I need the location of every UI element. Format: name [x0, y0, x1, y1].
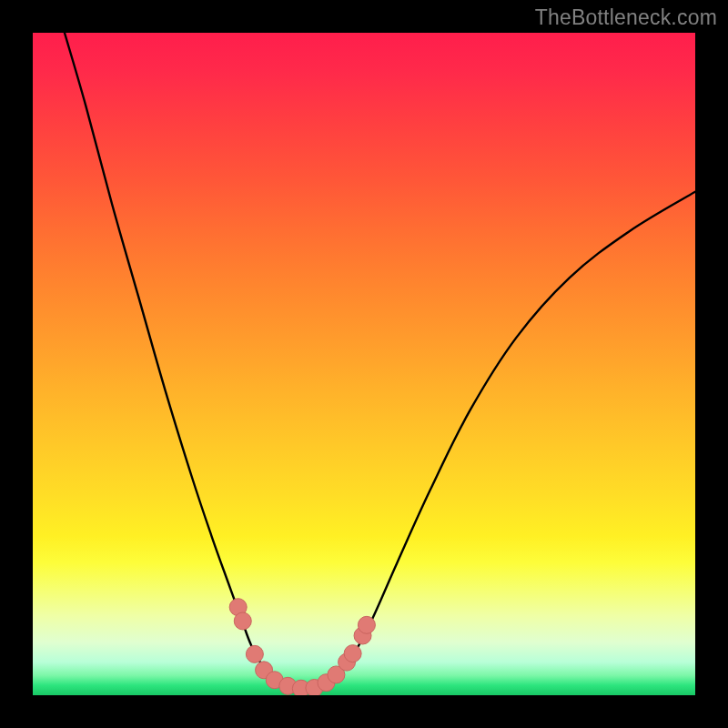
data-marker — [358, 616, 375, 633]
data-marker — [246, 645, 263, 662]
bottleneck-curve — [65, 33, 695, 690]
data-marker — [234, 612, 251, 630]
data-marker — [344, 645, 361, 662]
plot-area — [33, 33, 695, 695]
marker-group — [229, 599, 375, 695]
chart-frame: TheBottleneck.com — [0, 0, 728, 728]
watermark-text: TheBottleneck.com — [535, 5, 717, 30]
chart-overlay — [33, 33, 695, 695]
